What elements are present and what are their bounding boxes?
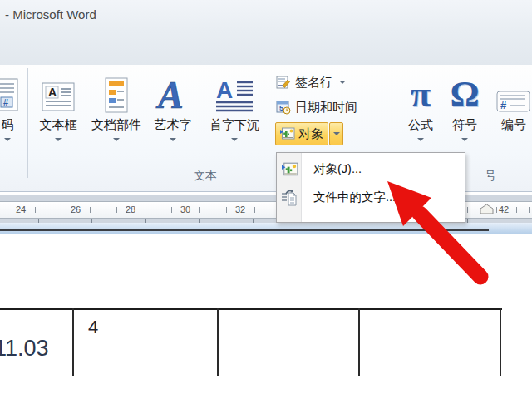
page-number-button[interactable]: # 码: [0, 68, 27, 153]
ruler-number: 30: [180, 204, 190, 214]
number-label: 编号: [501, 117, 526, 133]
chevron-down-icon: [113, 138, 120, 141]
quick-parts-icon: [101, 68, 131, 115]
table-top-border: [0, 308, 502, 310]
text-group-label: 文本: [194, 169, 217, 184]
table-vertical-border: [217, 308, 219, 376]
ruler-number: 42: [499, 204, 509, 214]
quick-parts-label: 文档部件: [91, 117, 141, 133]
chevron-down-icon: [333, 132, 340, 135]
signature-line-label: 签名行: [295, 75, 332, 91]
symbol-group-label: 号: [485, 169, 496, 184]
text-box-button[interactable]: A 文本框: [30, 68, 86, 153]
menu-item-label: 对象(J)...: [313, 161, 362, 177]
drop-cap-button[interactable]: A 首字下沉: [201, 68, 268, 153]
wordart-label: 艺术字: [155, 117, 192, 133]
object-dropdown-arrow[interactable]: [329, 122, 343, 145]
chevron-down-icon: [417, 138, 424, 141]
menu-item-text-from-file[interactable]: 文件中的文字...: [278, 185, 463, 210]
symbol-label: 符号: [452, 117, 477, 133]
number-button[interactable]: # 编号: [489, 68, 532, 153]
chevron-down-icon: [4, 138, 11, 141]
table-vertical-border: [72, 308, 74, 376]
document-top-edge: [0, 223, 532, 234]
date-time-icon: 5: [276, 100, 291, 115]
menu-item-object[interactable]: 对象(J)...: [278, 156, 463, 182]
equation-button[interactable]: π 公式: [397, 68, 444, 153]
text-from-file-icon: [279, 189, 301, 207]
ruler-number: 24: [16, 204, 26, 214]
table-border-line: [0, 229, 489, 231]
drop-cap-icon: A: [214, 68, 254, 115]
window-title: - Microsoft Word: [5, 7, 96, 22]
symbol-button[interactable]: Ω 符号: [446, 68, 484, 153]
chevron-down-icon: [231, 138, 238, 141]
table-cell-value[interactable]: 4: [88, 317, 98, 338]
chevron-down-icon: [55, 138, 62, 141]
object-split-button[interactable]: 对象: [275, 122, 343, 145]
object-button[interactable]: 对象: [275, 122, 328, 145]
svg-text:#: #: [500, 99, 507, 111]
date-time-label: 日期和时间: [295, 100, 357, 116]
chevron-down-icon: [339, 81, 346, 84]
word-window: - Microsoft Word # 码: [0, 0, 532, 399]
text-box-icon: A: [40, 68, 76, 115]
chevron-down-icon: [461, 138, 468, 141]
object-dropdown-menu: 对象(J)... 文件中的文字...: [276, 152, 466, 223]
svg-text:A: A: [155, 75, 184, 115]
object-label: 对象: [298, 126, 323, 142]
equation-label: 公式: [408, 117, 433, 133]
ruler-number: 28: [126, 204, 135, 214]
signature-line-icon: [276, 75, 291, 90]
table-vertical-border: [500, 308, 501, 376]
page-number-icon: #: [0, 68, 20, 115]
omega-icon: Ω: [450, 75, 479, 115]
pi-icon: π: [411, 75, 431, 115]
quick-parts-button[interactable]: 文档部件: [88, 68, 145, 153]
svg-text:A: A: [48, 86, 57, 99]
object-icon: [279, 162, 301, 177]
table-cell-value[interactable]: 11.03: [0, 336, 49, 362]
text-box-label: 文本框: [40, 117, 77, 133]
ruler-number: 32: [235, 204, 245, 214]
object-icon: [280, 127, 295, 140]
ruler-number: 26: [71, 204, 81, 214]
group-separator: [27, 68, 28, 178]
drop-cap-label: 首字下沉: [209, 117, 259, 133]
document-page[interactable]: [0, 234, 532, 399]
wordart-icon: A: [153, 68, 193, 115]
chevron-down-icon: [170, 138, 176, 141]
page-number-label: 码: [2, 117, 14, 133]
number-icon: #: [496, 68, 531, 115]
title-bar: - Microsoft Word: [0, 0, 532, 65]
table-vertical-border: [358, 308, 360, 376]
svg-text:A: A: [216, 77, 233, 103]
wordart-button[interactable]: A 艺术字: [146, 68, 200, 153]
menu-item-label: 文件中的文字...: [313, 190, 396, 205]
signature-line-button[interactable]: 签名行: [276, 71, 346, 93]
hanging-indent-marker[interactable]: [480, 204, 494, 214]
svg-text:5: 5: [279, 104, 283, 112]
svg-text:#: #: [3, 97, 8, 107]
date-time-button[interactable]: 5 日期和时间: [276, 96, 357, 118]
